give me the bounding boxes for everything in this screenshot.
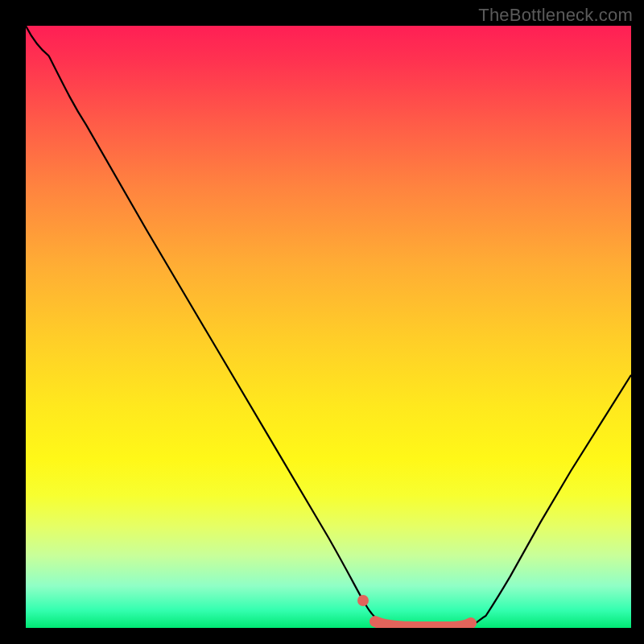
optimal-start-dot xyxy=(357,595,369,606)
watermark-text: TheBottleneck.com xyxy=(478,5,633,26)
chart-frame: TheBottleneck.com xyxy=(0,0,644,644)
bottleneck-curve xyxy=(26,26,631,627)
chart-svg xyxy=(26,26,631,628)
plot-area xyxy=(26,26,631,628)
optimal-range-highlight xyxy=(375,621,471,627)
